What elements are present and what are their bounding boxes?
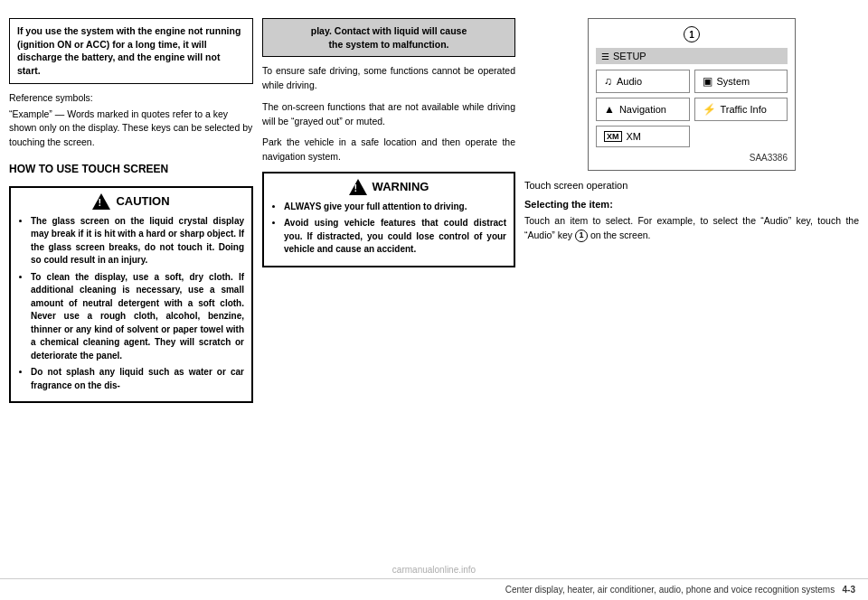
- footer-page: 4-3: [843, 585, 855, 595]
- touch-screen-section: Touch screen operation Selecting the ite…: [524, 178, 859, 243]
- caution-item-3: Do not splash any liquid such as water o…: [31, 366, 244, 392]
- right-column: 1 ☰ SETUP ♫ Audio ▣ System ▲: [524, 18, 859, 569]
- audio-icon: ♫: [604, 75, 612, 88]
- traffic-icon: ⚡: [703, 103, 716, 116]
- warning-title: WARNING: [271, 179, 506, 195]
- diagram-circle-1: 1: [684, 26, 700, 42]
- left-column: If you use the system with the engine no…: [9, 18, 253, 569]
- caution-title: CAUTION: [18, 193, 244, 210]
- audio-label: Audio: [617, 76, 642, 87]
- reference-text: “Example” — Words marked in quotes refer…: [9, 108, 253, 150]
- mid-para-3: Park the vehicle in a safe location and …: [262, 136, 515, 164]
- caution-box: CAUTION The glass screen on the liquid c…: [9, 186, 253, 404]
- menu-item-navigation[interactable]: ▲ Navigation: [596, 98, 690, 121]
- reference-section: Reference symbols: “Example” — Words mar…: [9, 91, 253, 150]
- setup-bar: ☰ SETUP: [596, 48, 788, 64]
- mid-para-2: The on-screen functions that are not ava…: [262, 100, 515, 129]
- xm-label: XM: [627, 131, 642, 142]
- menu-grid: ♫ Audio ▣ System ▲ Navigation ⚡ Traffic …: [596, 70, 788, 121]
- warning-label: WARNING: [373, 180, 429, 193]
- engine-warning-box: If you use the system with the engine no…: [9, 18, 253, 84]
- caution-label: CAUTION: [116, 194, 169, 208]
- main-content: If you use the system with the engine no…: [0, 0, 868, 578]
- liquid-warning-box: play. Contact with liquid will cause the…: [262, 18, 515, 57]
- xm-icon: XM: [604, 131, 622, 142]
- menu-item-audio[interactable]: ♫ Audio: [596, 70, 690, 93]
- navigation-icon: ▲: [604, 103, 615, 116]
- system-label: System: [717, 76, 750, 87]
- reference-label: Reference symbols:: [9, 91, 253, 106]
- touch-text-after: on the screen.: [590, 230, 651, 240]
- touch-screen-title: Touch screen operation: [524, 178, 859, 193]
- engine-warning-text: If you use the system with the engine no…: [17, 25, 241, 76]
- warning-item-1: ALWAYS give your full attention to drivi…: [284, 201, 506, 214]
- page-container: If you use the system with the engine no…: [0, 0, 868, 600]
- inline-circle-1: 1: [575, 230, 588, 242]
- navigation-label: Navigation: [619, 104, 666, 115]
- footer-text: Center display, heater, air conditioner,…: [505, 585, 835, 595]
- setup-icon: ☰: [601, 52, 609, 61]
- setup-label: SETUP: [613, 51, 646, 61]
- section-heading: HOW TO USE TOUCH SCREEN: [9, 163, 253, 175]
- caution-list: The glass screen on the liquid crystal d…: [18, 215, 244, 393]
- warning-triangle-icon: [349, 179, 367, 195]
- warning-box: WARNING ALWAYS give your full attention …: [262, 172, 515, 267]
- mid-para-1: To ensure safe driving, some functions c…: [262, 64, 515, 93]
- caution-item-1: The glass screen on the liquid crystal d…: [31, 215, 244, 267]
- warning-list: ALWAYS give your full attention to drivi…: [271, 201, 506, 257]
- menu-item-xm[interactable]: XM XM: [596, 126, 690, 147]
- footer: Center display, heater, air conditioner,…: [0, 578, 868, 600]
- traffic-label: Traffic Info: [721, 104, 767, 115]
- caution-item-2: To clean the display, use a soft, dry cl…: [31, 271, 244, 363]
- touch-screen-text: Touch an item to select. For example, to…: [524, 214, 859, 243]
- watermark: carmanualonline.info: [392, 565, 476, 575]
- caution-triangle-icon: [92, 193, 110, 210]
- liquid-warning-text: play. Contact with liquid will cause the…: [311, 25, 467, 50]
- middle-column: play. Contact with liquid will cause the…: [262, 18, 515, 569]
- system-icon: ▣: [703, 75, 712, 88]
- selecting-title: Selecting the item:: [524, 197, 859, 212]
- menu-item-system[interactable]: ▣ System: [694, 70, 788, 93]
- warning-item-2: Avoid using vehicle features that could …: [284, 217, 506, 257]
- screen-diagram: 1 ☰ SETUP ♫ Audio ▣ System ▲: [588, 18, 796, 171]
- diagram-ref: SAA3386: [596, 153, 788, 163]
- menu-item-traffic[interactable]: ⚡ Traffic Info: [694, 98, 788, 121]
